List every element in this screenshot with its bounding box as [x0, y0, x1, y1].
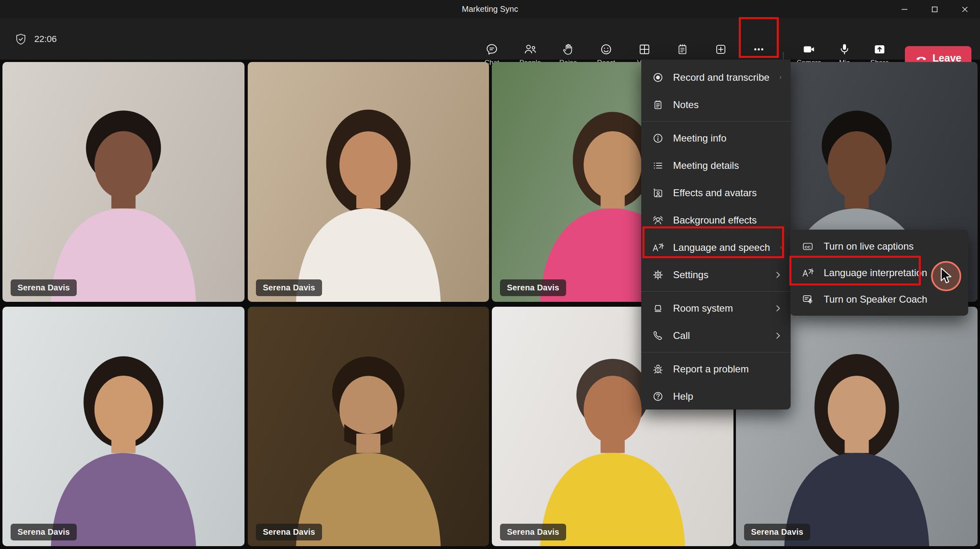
participant-name-tag: Serena Davis — [744, 524, 810, 540]
menu-item-language-and-speech[interactable]: Language and speech — [641, 234, 791, 261]
menu-item-label: Effects and avatars — [673, 187, 782, 199]
menu-item-label: Background effects — [673, 215, 782, 226]
chevron-right-icon — [778, 73, 782, 82]
submenu-item-label: Language interpretation — [824, 267, 958, 279]
mic-icon — [838, 42, 851, 56]
participant-silhouette — [2, 62, 244, 302]
participant-name-tag: Serena Davis — [11, 279, 77, 296]
participant-name-tag: Serena Davis — [500, 279, 566, 296]
menu-item-label: Report a problem — [673, 363, 782, 375]
menu-item-effects-and-avatars[interactable]: Effects and avatars — [641, 179, 791, 206]
effects-avatars-icon — [652, 187, 664, 199]
submenu-item-label: Turn on Speaker Coach — [824, 294, 958, 305]
language-speech-submenu: CC Turn on live captions Language interp… — [790, 230, 968, 316]
menu-item-label: Language and speech — [673, 242, 770, 253]
meeting-timer: 22:06 — [34, 34, 57, 44]
menu-separator — [641, 291, 791, 292]
info-icon — [652, 132, 664, 144]
menu-item-meeting-info[interactable]: Meeting info — [641, 124, 791, 152]
more-menu: Record and transcribe Notes Meeting info — [641, 60, 791, 410]
shield-check-icon — [14, 32, 28, 46]
participant-silhouette — [248, 307, 489, 546]
meeting-window: Marketing Sync 22:06 Chat — [0, 0, 980, 549]
menu-item-settings[interactable]: Settings — [641, 261, 791, 288]
close-icon — [961, 5, 969, 13]
menu-item-call[interactable]: Call — [641, 322, 791, 349]
chevron-right-icon — [779, 243, 782, 252]
call-icon — [652, 330, 664, 342]
closed-captions-icon: CC — [802, 240, 814, 252]
notes-icon — [652, 99, 664, 111]
chat-icon — [485, 42, 499, 56]
react-icon — [599, 42, 613, 56]
participant-name-tag: Serena Davis — [500, 524, 566, 540]
help-icon — [652, 390, 664, 403]
video-tile[interactable]: Serena Davis — [248, 307, 489, 546]
view-grid-icon — [638, 42, 651, 56]
menu-item-record-and-transcribe[interactable]: Record and transcribe — [641, 64, 791, 91]
more-ellipsis-icon — [752, 42, 766, 56]
bug-icon — [652, 363, 664, 375]
participant-name-tag: Serena Davis — [256, 524, 322, 540]
titlebar: Marketing Sync — [0, 0, 980, 18]
list-icon — [652, 159, 664, 172]
video-tile[interactable]: Serena Davis — [2, 307, 244, 546]
svg-text:CC: CC — [805, 244, 811, 249]
chevron-right-icon — [773, 304, 782, 313]
menu-item-meeting-details[interactable]: Meeting details — [641, 152, 791, 179]
maximize-icon — [931, 5, 939, 13]
chevron-right-icon — [773, 270, 782, 279]
menu-item-label: Notes — [673, 99, 782, 111]
settings-gear-icon — [652, 269, 664, 281]
people-icon — [523, 42, 537, 56]
maximize-button[interactable] — [920, 0, 950, 18]
minimize-icon — [900, 5, 909, 13]
window-controls — [889, 0, 980, 18]
participant-name-tag: Serena Davis — [11, 524, 77, 540]
submenu-item-turn-on-speaker-coach[interactable]: Turn on Speaker Coach — [790, 286, 968, 312]
menu-item-notes[interactable]: Notes — [641, 91, 791, 118]
menu-item-label: Meeting info — [673, 133, 782, 144]
minimize-button[interactable] — [889, 0, 920, 18]
apps-icon — [714, 42, 728, 56]
menu-item-label: Meeting details — [673, 160, 782, 171]
menu-item-room-system[interactable]: Room system — [641, 294, 791, 322]
menu-item-label: Settings — [673, 269, 764, 281]
menu-item-label: Call — [673, 330, 764, 341]
menu-separator — [641, 352, 791, 352]
window-title: Marketing Sync — [462, 4, 518, 14]
participant-name-tag: Serena Davis — [256, 279, 322, 296]
close-button[interactable] — [950, 0, 980, 18]
meeting-toolbar: 22:06 Chat People — [0, 18, 980, 60]
participant-silhouette — [2, 307, 244, 546]
menu-item-background-effects[interactable]: Background effects — [641, 206, 791, 234]
speaker-coach-icon — [802, 293, 814, 305]
menu-item-help[interactable]: Help — [641, 383, 791, 410]
submenu-item-language-interpretation[interactable]: Language interpretation — [790, 259, 968, 286]
menu-item-report-a-problem[interactable]: Report a problem — [641, 355, 791, 383]
camera-icon — [802, 42, 816, 56]
submenu-item-turn-on-live-captions[interactable]: CC Turn on live captions — [790, 233, 968, 259]
translate-icon — [652, 241, 664, 254]
meeting-timer-area: 22:06 — [14, 18, 57, 60]
background-effects-icon — [652, 214, 664, 226]
menu-item-label: Record and transcribe — [673, 72, 769, 83]
chevron-right-icon — [773, 331, 782, 340]
share-icon — [873, 42, 887, 56]
video-tile[interactable]: Serena Davis — [248, 62, 489, 302]
raise-hand-icon — [561, 42, 575, 56]
submenu-item-label: Turn on live captions — [824, 241, 958, 252]
menu-item-label: Help — [673, 391, 782, 402]
participant-silhouette — [248, 62, 489, 302]
record-icon — [652, 71, 664, 84]
notes-icon — [676, 42, 689, 56]
menu-separator — [641, 121, 791, 122]
translate-icon — [802, 267, 814, 279]
menu-item-label: Room system — [673, 303, 764, 314]
room-system-icon — [652, 302, 664, 314]
video-tile[interactable]: Serena Davis — [2, 62, 244, 302]
